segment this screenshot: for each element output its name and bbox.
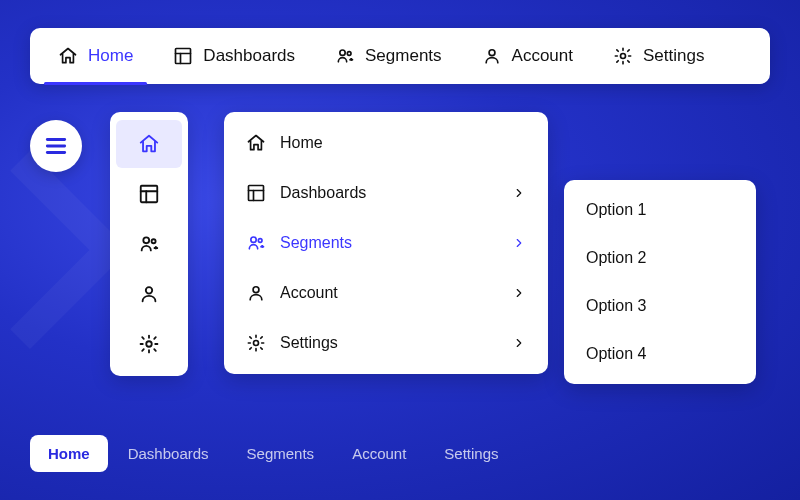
tab-label: Segments <box>247 445 315 462</box>
icon-sidebar <box>110 112 188 376</box>
menu-item-settings[interactable]: Settings <box>224 318 548 368</box>
sidebar-item-home[interactable] <box>116 120 182 168</box>
submenu-item-label: Option 1 <box>586 201 646 219</box>
settings-icon <box>246 333 266 353</box>
nav-item-segments[interactable]: Segments <box>315 28 462 84</box>
dashboard-icon <box>173 46 193 66</box>
tab-account[interactable]: Account <box>334 435 424 472</box>
nav-item-settings[interactable]: Settings <box>593 28 724 84</box>
sidebar-item-dashboards[interactable] <box>116 170 182 218</box>
menu-item-label: Settings <box>280 334 338 352</box>
account-icon <box>138 283 160 305</box>
submenu-item[interactable]: Option 2 <box>564 234 756 282</box>
home-icon <box>246 133 266 153</box>
menu-item-label: Home <box>280 134 323 152</box>
menu-item-dashboards[interactable]: Dashboards <box>224 168 548 218</box>
nav-item-label: Home <box>88 46 133 66</box>
sidebar-item-segments[interactable] <box>116 220 182 268</box>
submenu-panel: Option 1 Option 2 Option 3 Option 4 <box>564 180 756 384</box>
submenu-item-label: Option 2 <box>586 249 646 267</box>
top-navbar: Home Dashboards Segments Account Setting… <box>30 28 770 84</box>
menu-item-label: Segments <box>280 234 352 252</box>
tab-settings[interactable]: Settings <box>426 435 516 472</box>
settings-icon <box>613 46 633 66</box>
account-icon <box>246 283 266 303</box>
sidebar-item-settings[interactable] <box>116 320 182 368</box>
tab-home[interactable]: Home <box>30 435 108 472</box>
menu-item-label: Dashboards <box>280 184 366 202</box>
dashboard-icon <box>246 183 266 203</box>
hamburger-icon <box>43 133 69 159</box>
nav-item-label: Settings <box>643 46 704 66</box>
chevron-right-icon <box>512 336 526 350</box>
chevron-right-icon <box>512 236 526 250</box>
settings-icon <box>138 333 160 355</box>
submenu-item[interactable]: Option 1 <box>564 186 756 234</box>
nav-item-label: Dashboards <box>203 46 295 66</box>
tab-segments[interactable]: Segments <box>229 435 333 472</box>
submenu-item-label: Option 3 <box>586 297 646 315</box>
menu-item-home[interactable]: Home <box>224 118 548 168</box>
menu-item-label: Account <box>280 284 338 302</box>
dashboard-icon <box>138 183 160 205</box>
submenu-item-label: Option 4 <box>586 345 646 363</box>
bottom-tabs: Home Dashboards Segments Account Setting… <box>30 435 517 472</box>
chevron-right-icon <box>512 286 526 300</box>
menu-item-account[interactable]: Account <box>224 268 548 318</box>
segments-icon <box>335 46 355 66</box>
menu-item-segments[interactable]: Segments <box>224 218 548 268</box>
nav-item-home[interactable]: Home <box>38 28 153 84</box>
tab-label: Account <box>352 445 406 462</box>
nav-item-dashboards[interactable]: Dashboards <box>153 28 315 84</box>
tab-label: Settings <box>444 445 498 462</box>
sidebar-item-account[interactable] <box>116 270 182 318</box>
nav-item-account[interactable]: Account <box>462 28 593 84</box>
tab-label: Home <box>48 445 90 462</box>
nav-item-label: Segments <box>365 46 442 66</box>
tab-label: Dashboards <box>128 445 209 462</box>
nav-item-label: Account <box>512 46 573 66</box>
submenu-item[interactable]: Option 4 <box>564 330 756 378</box>
menu-panel: Home Dashboards Segments Account Setting… <box>224 112 548 374</box>
home-icon <box>138 133 160 155</box>
tab-dashboards[interactable]: Dashboards <box>110 435 227 472</box>
submenu-item[interactable]: Option 3 <box>564 282 756 330</box>
segments-icon <box>246 233 266 253</box>
account-icon <box>482 46 502 66</box>
home-icon <box>58 46 78 66</box>
segments-icon <box>138 233 160 255</box>
hamburger-button[interactable] <box>30 120 82 172</box>
chevron-right-icon <box>512 186 526 200</box>
